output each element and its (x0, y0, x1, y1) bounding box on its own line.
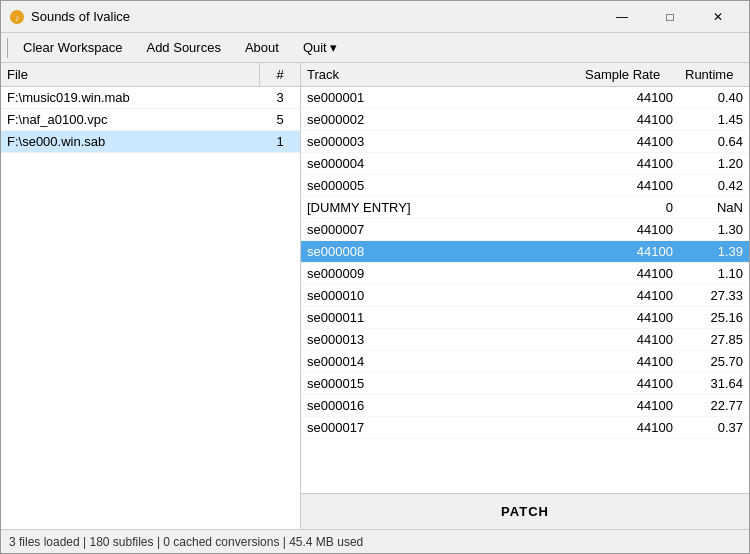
right-panel: Track Sample Rate Runtime se000001 44100… (301, 63, 749, 529)
runtime-cell: 31.64 (679, 376, 749, 391)
left-table-row[interactable]: F:\music019.win.mab 3 (1, 87, 300, 109)
samplerate-cell: 44100 (579, 244, 679, 259)
status-text: 3 files loaded | 180 subfiles | 0 cached… (9, 535, 363, 549)
file-cell: F:\se000.win.sab (1, 134, 260, 149)
samplerate-cell: 44100 (579, 222, 679, 237)
runtime-cell: 1.30 (679, 222, 749, 237)
track-cell: se000004 (301, 156, 579, 171)
samplerate-cell: 44100 (579, 134, 679, 149)
app-window: ♪ Sounds of Ivalice — □ ✕ Clear Workspac… (0, 0, 750, 554)
about-button[interactable]: About (234, 36, 290, 60)
samplerate-cell: 44100 (579, 332, 679, 347)
runtime-cell: 27.85 (679, 332, 749, 347)
track-cell: se000017 (301, 420, 579, 435)
right-table-row[interactable]: se000014 44100 25.70 (301, 351, 749, 373)
num-cell: 1 (260, 134, 300, 149)
runtime-cell: 25.70 (679, 354, 749, 369)
num-column-header: # (260, 63, 300, 86)
samplerate-cell: 44100 (579, 376, 679, 391)
runtime-cell: 0.40 (679, 90, 749, 105)
maximize-button[interactable]: □ (647, 3, 693, 31)
right-table-row[interactable]: se000011 44100 25.16 (301, 307, 749, 329)
runtime-cell: NaN (679, 200, 749, 215)
right-table-row[interactable]: se000007 44100 1.30 (301, 219, 749, 241)
track-cell: se000001 (301, 90, 579, 105)
runtime-cell: 1.20 (679, 156, 749, 171)
track-cell: se000007 (301, 222, 579, 237)
track-cell: se000009 (301, 266, 579, 281)
right-table-row[interactable]: se000010 44100 27.33 (301, 285, 749, 307)
track-cell: se000011 (301, 310, 579, 325)
samplerate-cell: 0 (579, 200, 679, 215)
track-cell: se000008 (301, 244, 579, 259)
runtime-cell: 0.64 (679, 134, 749, 149)
runtime-cell: 1.10 (679, 266, 749, 281)
left-table-row[interactable]: F:\se000.win.sab 1 (1, 131, 300, 153)
file-cell: F:\naf_a0100.vpc (1, 112, 260, 127)
right-table-row[interactable]: se000001 44100 0.40 (301, 87, 749, 109)
patch-area: PATCH (301, 493, 749, 529)
file-column-header: File (1, 63, 260, 86)
svg-text:♪: ♪ (15, 13, 20, 23)
samplerate-cell: 44100 (579, 178, 679, 193)
track-cell: [DUMMY ENTRY] (301, 200, 579, 215)
samplerate-cell: 44100 (579, 90, 679, 105)
samplerate-column-header: Sample Rate (579, 63, 679, 86)
runtime-cell: 0.42 (679, 178, 749, 193)
close-button[interactable]: ✕ (695, 3, 741, 31)
main-area: File # F:\music019.win.mab 3 F:\naf_a010… (1, 63, 749, 529)
menu-divider (7, 38, 8, 58)
samplerate-cell: 44100 (579, 112, 679, 127)
samplerate-cell: 44100 (579, 398, 679, 413)
track-column-header: Track (301, 63, 579, 86)
left-panel: File # F:\music019.win.mab 3 F:\naf_a010… (1, 63, 301, 529)
runtime-cell: 0.37 (679, 420, 749, 435)
samplerate-cell: 44100 (579, 266, 679, 281)
window-title: Sounds of Ivalice (31, 9, 599, 24)
num-cell: 5 (260, 112, 300, 127)
quit-button[interactable]: Quit ▾ (292, 36, 348, 60)
title-bar: ♪ Sounds of Ivalice — □ ✕ (1, 1, 749, 33)
runtime-cell: 1.39 (679, 244, 749, 259)
left-table-body[interactable]: F:\music019.win.mab 3 F:\naf_a0100.vpc 5… (1, 87, 300, 529)
track-cell: se000015 (301, 376, 579, 391)
track-cell: se000016 (301, 398, 579, 413)
right-table-row[interactable]: se000017 44100 0.37 (301, 417, 749, 439)
right-table-row[interactable]: se000013 44100 27.85 (301, 329, 749, 351)
right-table-row[interactable]: se000016 44100 22.77 (301, 395, 749, 417)
runtime-column-header: Runtime (679, 63, 749, 86)
right-table-row[interactable]: se000003 44100 0.64 (301, 131, 749, 153)
right-table-row[interactable]: se000009 44100 1.10 (301, 263, 749, 285)
samplerate-cell: 44100 (579, 288, 679, 303)
app-icon: ♪ (9, 9, 25, 25)
right-table-row[interactable]: se000002 44100 1.45 (301, 109, 749, 131)
right-table-row[interactable]: se000004 44100 1.20 (301, 153, 749, 175)
file-cell: F:\music019.win.mab (1, 90, 260, 105)
menu-bar: Clear Workspace Add Sources About Quit ▾ (1, 33, 749, 63)
track-cell: se000002 (301, 112, 579, 127)
runtime-cell: 22.77 (679, 398, 749, 413)
track-cell: se000013 (301, 332, 579, 347)
right-table-row[interactable]: se000005 44100 0.42 (301, 175, 749, 197)
track-cell: se000014 (301, 354, 579, 369)
left-table-row[interactable]: F:\naf_a0100.vpc 5 (1, 109, 300, 131)
samplerate-cell: 44100 (579, 420, 679, 435)
right-table-row[interactable]: se000008 44100 1.39 (301, 241, 749, 263)
patch-button[interactable]: PATCH (301, 494, 749, 529)
minimize-button[interactable]: — (599, 3, 645, 31)
status-bar: 3 files loaded | 180 subfiles | 0 cached… (1, 529, 749, 553)
add-sources-button[interactable]: Add Sources (135, 36, 231, 60)
track-cell: se000010 (301, 288, 579, 303)
runtime-cell: 27.33 (679, 288, 749, 303)
clear-workspace-button[interactable]: Clear Workspace (12, 36, 133, 60)
right-table-header: Track Sample Rate Runtime (301, 63, 749, 87)
left-table-header: File # (1, 63, 300, 87)
right-table-row[interactable]: [DUMMY ENTRY] 0 NaN (301, 197, 749, 219)
runtime-cell: 1.45 (679, 112, 749, 127)
samplerate-cell: 44100 (579, 156, 679, 171)
right-table-row[interactable]: se000015 44100 31.64 (301, 373, 749, 395)
right-table-body[interactable]: se000001 44100 0.40 se000002 44100 1.45 … (301, 87, 749, 493)
runtime-cell: 25.16 (679, 310, 749, 325)
track-cell: se000003 (301, 134, 579, 149)
track-cell: se000005 (301, 178, 579, 193)
